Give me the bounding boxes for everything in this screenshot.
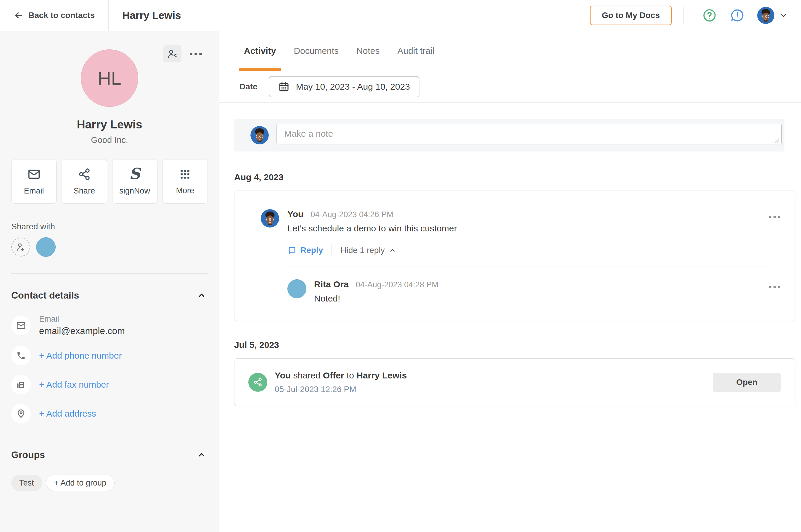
calendar-icon xyxy=(278,81,290,92)
contact-details-collapse-button[interactable] xyxy=(195,289,208,302)
share-nodes-icon xyxy=(77,168,91,181)
chevron-up-icon xyxy=(197,291,206,300)
share-object: Offer xyxy=(323,370,344,380)
contact-avatar: HL xyxy=(81,50,138,107)
timeline-date-heading: Jul 5, 2023 xyxy=(234,340,801,350)
tab-activity[interactable]: Activity xyxy=(239,31,281,71)
page-title: Harry Lewis xyxy=(122,10,181,21)
note-input[interactable] xyxy=(277,124,782,145)
signnow-action-button[interactable]: signNow xyxy=(112,159,157,204)
top-header: Back to contacts Harry Lewis Go to My Do… xyxy=(0,0,801,31)
back-arrow-icon xyxy=(14,11,24,20)
contact-profile: HL Harry Lewis Good Inc. xyxy=(0,31,219,145)
make-a-note-row xyxy=(234,119,784,152)
shared-with-label: Shared with xyxy=(11,222,208,231)
share-action-label: Share xyxy=(74,186,95,195)
user-avatar xyxy=(261,209,279,228)
hide-replies-label: Hide 1 reply xyxy=(340,246,385,255)
reply-text: Noted! xyxy=(314,293,761,304)
group-chip[interactable]: Test xyxy=(11,475,42,491)
reply-author-avatar xyxy=(287,279,306,298)
share-event-text: You shared Offer to Harry Lewis xyxy=(275,370,407,380)
date-filter-row: Date May 10, 2023 - Aug 10, 2023 xyxy=(219,71,801,103)
date-range-picker[interactable]: May 10, 2023 - Aug 10, 2023 xyxy=(269,76,420,97)
more-action-label: More xyxy=(176,186,194,195)
more-action-button[interactable]: More xyxy=(163,159,208,204)
user-avatar xyxy=(250,126,269,145)
user-avatar xyxy=(757,7,775,24)
feedback-button[interactable] xyxy=(730,8,745,23)
groups-collapse-button[interactable] xyxy=(195,449,208,461)
signnow-icon xyxy=(129,167,140,181)
add-phone-link[interactable]: + Add phone number xyxy=(39,350,122,361)
tab-bar: Activity Documents Notes Audit trail xyxy=(219,31,801,71)
reply-bubble-icon xyxy=(287,246,296,255)
phone-icon xyxy=(11,346,31,365)
groups-chip-list: Test + Add to group xyxy=(11,475,208,491)
add-to-group-button[interactable]: + Add to group xyxy=(46,475,115,491)
sidebar-divider xyxy=(11,273,208,274)
groups-header: Groups xyxy=(11,449,208,461)
contact-main-panel: Activity Documents Notes Audit trail Dat… xyxy=(219,31,801,532)
contact-details-list: Email email@example.com + Add phone numb… xyxy=(11,315,208,423)
thread-divider xyxy=(287,267,772,267)
add-fax-link[interactable]: + Add fax number xyxy=(39,380,109,390)
location-pin-icon xyxy=(11,404,31,423)
email-action-button[interactable]: Email xyxy=(11,159,57,204)
contact-details-heading: Contact details xyxy=(11,290,79,301)
share-target: Harry Lewis xyxy=(356,370,407,380)
share-event-card: You shared Offer to Harry Lewis 05-Jul-2… xyxy=(234,358,795,406)
share-contact-button[interactable] xyxy=(163,45,182,62)
open-document-button[interactable]: Open xyxy=(713,373,781,392)
groups-heading: Groups xyxy=(11,450,45,460)
back-to-contacts-button[interactable]: Back to contacts xyxy=(0,0,108,31)
email-icon xyxy=(11,316,31,335)
fax-icon xyxy=(11,375,31,394)
tab-notes[interactable]: Notes xyxy=(351,31,385,71)
shared-user-avatar[interactable] xyxy=(36,237,56,257)
hide-replies-button[interactable]: Hide 1 reply xyxy=(340,246,396,255)
comment-author: You xyxy=(287,209,303,219)
share-actor: You xyxy=(275,370,291,380)
comment-text: Let's schedule a demo to win this custom… xyxy=(287,223,760,233)
add-fax-row: + Add fax number xyxy=(11,375,208,394)
contact-more-options-button[interactable] xyxy=(189,50,203,58)
email-action-label: Email xyxy=(24,186,44,195)
reply-author: Rita Ora xyxy=(314,279,349,289)
reply-item: Rita Ora 04-Aug-2023 04:28 PM Noted! xyxy=(287,279,781,304)
add-address-row: + Add address xyxy=(11,404,208,423)
share-contact-icon xyxy=(167,49,178,59)
reply-button[interactable]: Reply xyxy=(287,246,323,255)
header-divider xyxy=(108,0,109,31)
add-person-icon xyxy=(16,242,26,252)
contact-company: Good Inc. xyxy=(0,135,219,145)
email-detail-row: Email email@example.com xyxy=(11,315,208,337)
timeline-date-heading: Aug 4, 2023 xyxy=(234,172,801,182)
contact-initials: HL xyxy=(98,68,121,89)
add-shared-user-button[interactable] xyxy=(11,238,30,256)
reply-more-options-button[interactable] xyxy=(768,283,781,290)
share-event-icon xyxy=(248,373,267,392)
add-address-link[interactable]: + Add address xyxy=(39,408,96,419)
help-button[interactable] xyxy=(702,8,717,23)
contact-details-header: Contact details xyxy=(11,289,208,302)
email-value: email@example.com xyxy=(39,326,125,337)
share-event-timestamp: 05-Jul-2023 12:26 PM xyxy=(275,385,407,394)
share-verb: shared xyxy=(293,370,321,380)
feedback-icon xyxy=(730,8,744,22)
chevron-up-icon xyxy=(389,247,396,254)
grid-icon xyxy=(179,168,191,181)
sidebar-divider xyxy=(11,433,208,433)
go-to-my-docs-button[interactable]: Go to My Docs xyxy=(590,6,672,25)
user-menu[interactable] xyxy=(757,7,788,24)
comment-more-options-button[interactable] xyxy=(768,213,781,221)
share-action-button[interactable]: Share xyxy=(61,159,107,204)
header-divider xyxy=(684,7,684,24)
contact-sidebar: HL Harry Lewis Good Inc. Email Share sig… xyxy=(0,31,219,532)
header-actions: Go to My Docs xyxy=(590,6,801,25)
email-label: Email xyxy=(39,315,125,324)
chevron-up-icon xyxy=(197,450,206,459)
reply-label: Reply xyxy=(300,246,323,255)
tab-audit-trail[interactable]: Audit trail xyxy=(392,31,439,71)
tab-documents[interactable]: Documents xyxy=(288,31,344,71)
